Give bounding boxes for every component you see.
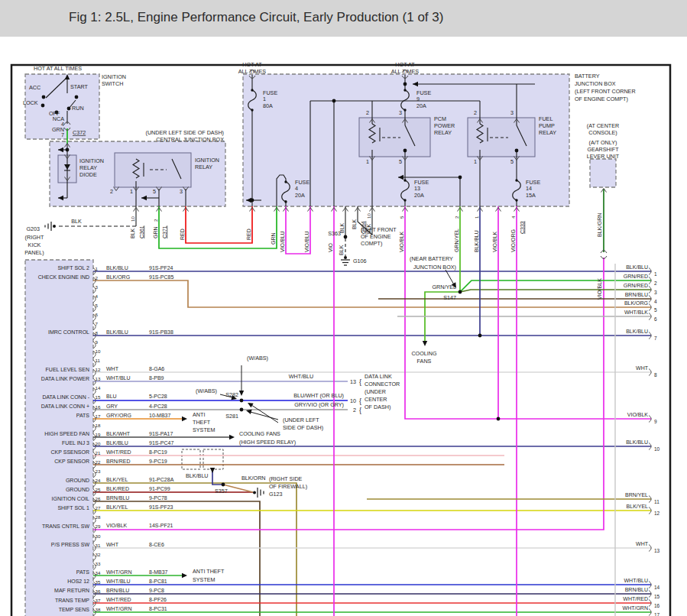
anti-theft-1b: THEFT — [193, 419, 211, 426]
left-pin-circuit: 9-PC78 — [149, 495, 167, 501]
exit-connector-label: C371 — [162, 225, 167, 238]
right-pin-wire-color: BLK/BLU — [626, 439, 648, 445]
exit-wire-label: BLK — [352, 219, 357, 229]
pcm-relay-a: PCM — [434, 115, 446, 122]
exit-wire-label: BLK/BLU — [474, 230, 479, 252]
left-pin-number: 34 — [96, 570, 101, 575]
near-bjb-a: (NEAR BATTERY — [410, 255, 453, 262]
splice-s363-dot — [344, 235, 348, 239]
dlc-b: CONNECTOR — [365, 381, 400, 387]
exit-wire-label: BLK — [130, 228, 135, 238]
left-pin-number: 7 — [96, 321, 99, 326]
left-pin-number: 10 — [96, 349, 101, 354]
ignition-switch-label-2: SWITCH — [102, 80, 123, 87]
left-pin-number: 17 — [96, 413, 101, 419]
left-pin-wire-color: BLK/ORG — [106, 274, 130, 280]
left-pin-label: PATS — [76, 569, 90, 575]
left-pin-number: 20 — [96, 441, 101, 446]
cooling-relay-a: COOLING FANS — [239, 430, 280, 437]
left-pin-label: IGNITION COIL — [52, 496, 90, 501]
left-pin-label: SHIFT SOL 2 — [57, 265, 89, 271]
right-pin-number: 2 — [654, 280, 657, 286]
under-left-b: SIDE OF DASH) — [283, 424, 323, 431]
left-pin-label: DATA LINK CONN - — [42, 394, 89, 400]
left-pin-wire-color: WHT/RED — [106, 597, 131, 602]
left-pin-label: GROUND — [66, 487, 89, 492]
left-pin-label: FUEL INJ 3 — [62, 440, 89, 446]
left-pin-number: 38 — [96, 607, 101, 612]
left-pin-wire-color: BRN/BLU — [106, 588, 129, 593]
splice-s147-dot — [459, 290, 462, 294]
anti-theft-1a: ANTI — [193, 411, 205, 418]
pcm-relay-b: POWER — [434, 122, 455, 129]
g123-loc-a: (RIGHT SIDE — [269, 475, 303, 482]
dlc-brace-3: { — [359, 407, 361, 414]
left-pin-number: 11 — [96, 358, 101, 363]
g203-label: G203 — [26, 225, 40, 232]
right-pin-wire-color: GRN/RED — [624, 274, 648, 279]
diode-label-1: IGNITION — [79, 157, 104, 164]
left-pin-wire-color: BRN/RED — [106, 459, 131, 464]
left-pin-label: P/S PRESS SW — [51, 542, 90, 547]
left-pin-label: TRANS CNTRL SW — [42, 524, 89, 529]
fuel-pin3: 3 — [510, 109, 514, 116]
left-pin-number: 14 — [96, 385, 101, 391]
anti-theft-2a: ANTI THEFT — [193, 568, 225, 575]
wiring-diagram: HOT AT ALL TIMESIGNITIONSWITCHACCSTARTLO… — [0, 0, 687, 616]
cooling-fans-b: FANS — [417, 358, 432, 365]
left-pin-number: 30 — [96, 533, 101, 539]
left-pin-wire-color: BLK/YEL — [106, 477, 128, 482]
exit-connector-label: C334 — [361, 221, 366, 234]
cjb-pin2: 2 — [110, 188, 113, 195]
s147-wire: GRN/YEL — [432, 284, 456, 290]
fuse-14-bottom-dot — [515, 199, 517, 201]
exit-wire-number: 5 — [399, 216, 404, 219]
pcm-connector-box — [25, 260, 93, 616]
anti-theft-1c: SYSTEM — [193, 426, 215, 433]
left-pin-circuit: 91S-PB38 — [149, 329, 173, 335]
left-pin-label: GROUND — [66, 478, 89, 483]
fuel-pin5: 5 — [510, 158, 514, 165]
left-pin-number: 28 — [96, 514, 101, 520]
exit-wire-label: BLK — [366, 223, 371, 234]
left-pin-wire-color: BRN/BLU — [106, 495, 129, 501]
right-pin-wire-color: WHT/RED — [623, 596, 648, 601]
dlc-c: (UNDER — [365, 388, 386, 395]
fuse-14-top-dot — [515, 179, 517, 181]
right-pin-number: 1 — [654, 271, 657, 277]
left-pin-circuit: 8-PC81 — [149, 579, 167, 584]
left-pin-wire-color: WHT — [106, 542, 119, 547]
left-pin-number: 24 — [96, 478, 101, 483]
cjb-name: CENTRAL JUNCTION BOX — [156, 136, 224, 143]
junction-530-110 — [403, 83, 407, 86]
g203-loc-3: PANEL) — [24, 249, 44, 256]
left-pin-number: 6 — [96, 312, 99, 317]
fuse9-c: 20A — [416, 102, 426, 109]
hot-at-all-times-3b: ALL TIMES — [391, 68, 420, 75]
bjb-d: OF ENGINE COMPT) — [575, 96, 628, 102]
diode-label-3: DIODE — [79, 171, 97, 178]
left-pin-circuit: 91-PC28A — [149, 477, 174, 482]
fuse13-c: 20A — [414, 192, 424, 199]
left-pin-circuit: 91S-PC47 — [149, 440, 173, 446]
sw-run: RUN — [72, 105, 84, 112]
hot-at-all-times-2a: HOT AT — [242, 61, 262, 68]
left-pin-circuit: 8-CE6 — [149, 542, 164, 547]
fuel-relay-c: RELAY — [539, 129, 556, 136]
gearshift-lever-unit-box — [590, 159, 616, 187]
left-pin-wire-color: BLK/YEL — [106, 504, 128, 510]
exit-wire-label: VIO/BLK — [399, 231, 404, 252]
left-pin-number: 22 — [96, 459, 101, 465]
pcm-pin3: 3 — [399, 109, 402, 116]
right-pin-wire-color: BLK/BLU — [626, 329, 648, 334]
cjb-pin1: 1 — [130, 188, 133, 195]
fuse-9-top-dot — [403, 89, 406, 91]
left-pin-number: 5 — [96, 303, 99, 308]
left-pin-label: FUEL LEVEL SEN — [46, 367, 89, 372]
left-pin-number: 27 — [96, 505, 101, 511]
exit-connector-label: C333 — [520, 221, 525, 234]
pcm-pin5: 5 — [399, 158, 402, 165]
left-pin-circuit: 9-PC8 — [149, 588, 164, 593]
right-pin-wire-color: BRN/BLU — [625, 292, 648, 297]
g203-wire: BLK — [71, 218, 82, 225]
